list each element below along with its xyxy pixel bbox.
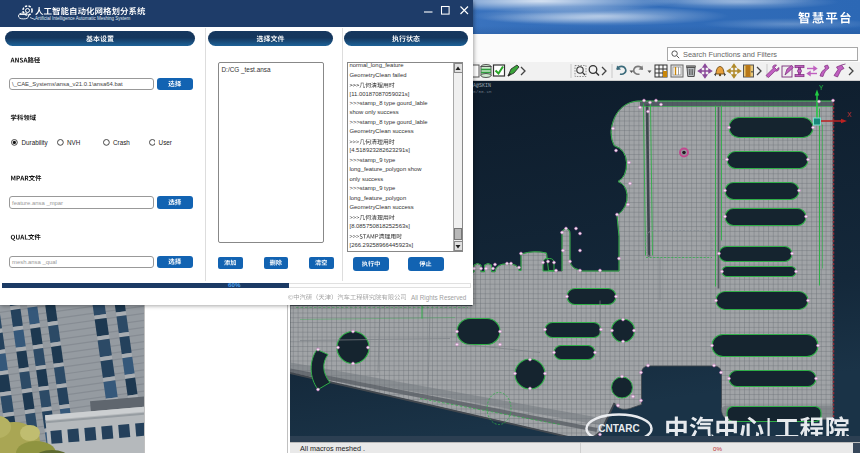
svg-text:X: X xyxy=(847,111,852,118)
svg-text:CNTARC: CNTARC xyxy=(598,423,639,434)
svg-text:0/30.1M: 0/30.1M xyxy=(473,88,492,93)
svg-text:Y: Y xyxy=(819,83,824,90)
